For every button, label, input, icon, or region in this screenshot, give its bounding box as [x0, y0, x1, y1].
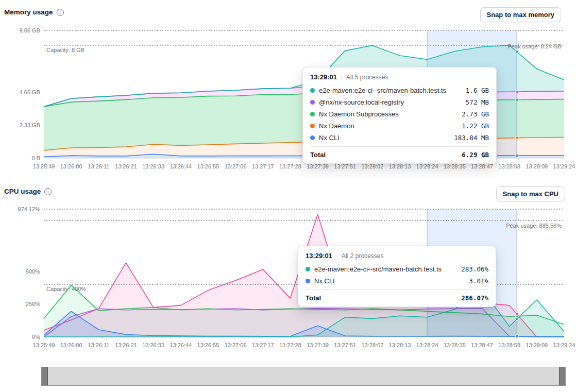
y-axis-tick-label: 0%	[32, 334, 40, 340]
info-icon[interactable]: i	[57, 9, 64, 16]
tooltip-series-value: 1.22 GB	[462, 122, 489, 130]
scrollbar-track[interactable]	[48, 367, 559, 385]
tooltip-series-value: 3.01%	[469, 277, 488, 285]
tooltip-total-row: Total 286.07%	[306, 289, 488, 302]
tooltip-rows: e2e-maven:e2e-ci--src/maven-batch.test.t…	[306, 263, 488, 287]
x-axis-tick-label: 13:26:21	[115, 342, 137, 348]
snap-to-max-memory-button[interactable]: Snap to max memory	[480, 7, 562, 22]
x-axis-tick-label: 13:28:02	[361, 163, 383, 169]
tooltip-row: Nx CLI3.01%	[306, 275, 488, 287]
x-axis-tick-label: 13:26:44	[170, 163, 192, 169]
tooltip-series-value: 572 MB	[466, 98, 489, 106]
x-axis-tick-label: 13:27:17	[252, 342, 274, 348]
x-axis-tick-label: 13:26:11	[88, 342, 109, 348]
tooltip-row: e2e-maven:e2e-ci--src/maven-batch.test.t…	[310, 84, 489, 96]
tooltip-series-value: 183.84 MB	[454, 134, 489, 142]
y-axis-tick-label: 500%	[26, 268, 40, 275]
memory-chart-title: Memory usage	[4, 8, 53, 16]
tooltip-header: 13:29:01 · All 5 processes	[310, 73, 489, 81]
y-axis-tick-label: 250%	[26, 301, 40, 307]
tooltip-series-name: Nx CLI	[319, 134, 450, 142]
x-axis-tick-label: 13:27:28	[279, 342, 301, 348]
tooltip-series-value: 283.06%	[461, 265, 488, 273]
tooltip-row: e2e-maven:e2e-ci--src/maven-batch.test.t…	[306, 263, 488, 275]
y-axis-tick-label: 974.12%	[18, 206, 41, 212]
tooltip-total-label: Total	[310, 151, 326, 159]
x-axis-tick-label: 13:27:51	[334, 163, 356, 169]
x-axis-tick-label: 13:27:17	[252, 163, 274, 169]
tooltip-total-value: 286.07%	[461, 294, 488, 302]
x-axis-tick-label: 13:27:06	[225, 342, 247, 348]
x-axis-tick-label: 13:28:58	[498, 163, 520, 169]
x-axis-tick-label: 13:28:24	[416, 342, 438, 348]
x-axis-tick-label: 13:25:49	[33, 163, 55, 169]
x-axis-tick-label: 13:28:02	[361, 342, 383, 348]
tooltip-separator: ·	[336, 252, 338, 260]
tooltip-series-value: 2.73 GB	[462, 110, 489, 118]
x-axis-tick-label: 13:29:24	[553, 342, 575, 348]
snap-to-max-cpu-button[interactable]: Snap to max CPU	[496, 186, 565, 201]
x-axis-tick-label: 13:26:55	[197, 163, 219, 169]
tooltip-subtitle: All 2 processes	[342, 252, 383, 260]
cpu-chart-header: CPU usage i	[4, 188, 52, 195]
x-axis-tick-label: 13:28:35	[444, 342, 466, 348]
tooltip-separator: ·	[341, 74, 343, 81]
y-axis-tick-label: 9.06 GB	[20, 27, 40, 33]
x-axis-tick-label: 13:28:13	[389, 163, 411, 169]
info-icon[interactable]: i	[44, 188, 52, 195]
x-axis-tick-label: 13:28:13	[389, 342, 411, 348]
threshold-label: Capacity: 400%	[46, 286, 86, 292]
tooltip-total-value: 6.29 GB	[462, 151, 489, 159]
tooltip-series-name: @nx/nx-source:local-registry	[319, 98, 462, 106]
x-axis-tick-label: 13:26:21	[115, 163, 137, 169]
x-axis-tick-label: 13:28:35	[444, 163, 466, 169]
cursor-series-dot	[515, 98, 518, 101]
y-axis-tick-label: 2.33 GB	[20, 122, 40, 128]
x-axis-tick-label: 13:28:47	[471, 342, 493, 348]
tooltip-total-row: Total 6.29 GB	[310, 146, 489, 159]
threshold-label: Capacity: 8 GB	[46, 47, 84, 53]
x-axis-tick-label: 13:26:00	[60, 342, 82, 348]
x-axis-tick-label: 13:28:58	[498, 342, 520, 348]
tooltip-header: 13:29:01 · All 2 processes	[306, 252, 488, 260]
timeline-scrollbar[interactable]	[41, 367, 566, 386]
scrollbar-right-handle[interactable]	[559, 367, 565, 385]
tooltip-row: @nx/nx-source:local-registry572 MB	[310, 96, 489, 108]
y-axis-tick-label: 0 B	[31, 155, 40, 161]
series-color-dot	[310, 135, 315, 140]
x-axis-tick-label: 13:27:39	[307, 342, 329, 348]
cursor-series-dot	[515, 90, 518, 93]
x-axis-tick-label: 13:26:33	[142, 163, 164, 169]
series-color-dot	[310, 88, 315, 93]
tooltip-row: Nx Daemon1.22 GB	[310, 120, 489, 132]
series-color-dot	[310, 124, 315, 128]
tooltip-row: Nx CLI183.84 MB	[310, 132, 489, 144]
cursor-series-dot	[515, 318, 518, 321]
scrollbar-left-handle[interactable]	[42, 367, 48, 385]
process-profile-dashboard: Memory usage i Snap to max memory 9.06 G…	[0, 0, 576, 392]
tooltip-time: 13:29:01	[306, 252, 332, 260]
cursor-series-dot	[515, 50, 518, 53]
tooltip-total-label: Total	[306, 294, 321, 302]
tooltip-series-name: e2e-maven:e2e-ci--src/maven-batch.test.t…	[319, 87, 462, 94]
x-axis-tick-label: 13:28:24	[416, 163, 438, 169]
x-axis-tick-label: 13:26:33	[142, 342, 164, 348]
x-axis-tick-label: 13:26:55	[197, 342, 219, 348]
x-axis-tick-label: 13:27:28	[279, 163, 301, 169]
cursor-series-dot	[515, 137, 518, 140]
tooltip-series-name: Nx Daemon	[319, 122, 458, 130]
tooltip-time: 13:29:01	[310, 73, 337, 81]
x-axis-tick-label: 13:29:24	[553, 163, 575, 169]
series-color-dot	[310, 112, 315, 116]
cursor-series-dot	[515, 154, 518, 157]
cpu-chart-title: CPU usage	[4, 188, 41, 195]
series-color-dot	[306, 267, 310, 271]
x-axis-tick-label: 13:26:00	[60, 163, 82, 169]
tooltip-series-name: Nx Daemon Subprocesses	[319, 110, 458, 118]
x-axis-tick-label: 13:25:49	[33, 342, 55, 348]
x-axis-tick-label: 13:26:11	[88, 163, 109, 169]
tooltip-rows: e2e-maven:e2e-ci--src/maven-batch.test.t…	[310, 84, 489, 144]
threshold-label: Peak usage: 885.56%	[506, 223, 562, 229]
x-axis-tick-label: 13:26:44	[170, 342, 192, 348]
tooltip-series-value: 1.6 GB	[466, 87, 489, 94]
